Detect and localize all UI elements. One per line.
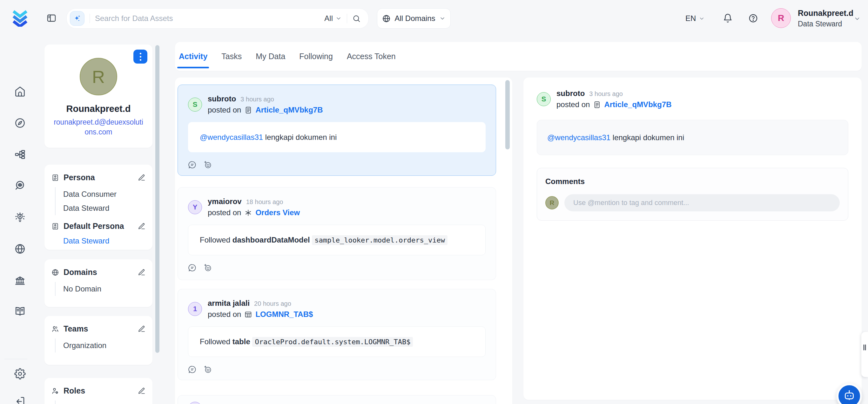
search-input[interactable] [95,14,319,23]
tab-tasks[interactable]: Tasks [221,42,242,71]
mention-link[interactable]: @wendycasillas31 [547,133,611,142]
chevron-down-icon [699,16,705,22]
article-icon [244,106,252,114]
feed-target-link[interactable]: LOGMNR_TAB$ [255,310,313,319]
thread-detail-panel: S subroto 3 hours ago posted on Article_… [523,78,862,400]
tab-my-data[interactable]: My Data [255,42,286,71]
teams-icon [52,325,59,333]
feed-target-link[interactable]: Article_qMVbkg7B [255,106,323,114]
chevron-down-icon [439,15,445,22]
user-name: Rounakpreet.d [798,8,854,18]
persona-item: Data Consumer [63,187,146,201]
feed-timestamp: 20 hours ago [254,300,291,307]
profile-card: R Rounakpreet.d rounakpreet.d@deuexsolut… [44,45,152,148]
comments-section: Comments R [537,168,848,221]
edit-domains-icon[interactable] [138,268,146,276]
all-domains-button[interactable]: All Domains [377,8,451,29]
feed-target-link[interactable]: Orders View [255,208,300,217]
feed-action: posted on [208,310,241,319]
message-fqn: OracleProd.default.system.LOGMNR_TAB$ [252,337,413,347]
profile-name: Rounakpreet.d [44,104,152,114]
message-text: Followed [200,337,230,346]
app-logo-icon[interactable] [11,8,29,27]
more-options-icon[interactable] [133,50,147,64]
edit-roles-icon[interactable] [138,387,146,395]
detail-target-link[interactable]: Article_qMVbkg7B [604,100,672,109]
user-menu[interactable]: Rounakpreet.d Data Steward [798,8,854,28]
profile-panel-scrollbar[interactable] [155,45,159,353]
default-persona-title: Default Persona [64,222,133,231]
edit-persona-icon[interactable] [138,174,146,181]
team-item: Organization [63,339,146,352]
feed-scrollbar[interactable] [505,80,510,149]
reply-icon[interactable] [188,365,196,374]
comment-input[interactable] [564,194,840,211]
search-scope-dropdown[interactable]: All [324,14,342,23]
logout-icon[interactable] [14,396,26,404]
teams-title: Teams [64,324,133,334]
explore-icon[interactable] [14,117,26,129]
lineage-icon[interactable] [14,149,26,160]
message-text: lengkapi dokumen ini [265,133,337,141]
user-avatar[interactable]: R [771,8,791,28]
table-icon [244,311,252,318]
observability-icon[interactable] [14,180,26,191]
feed-item[interactable]: 1 armita jalali 20 hours ago posted on L… [178,289,496,380]
message-text: Followed [200,235,230,244]
avatar: S [188,97,202,112]
grip-icon [863,343,867,351]
domains-icon[interactable] [14,243,26,255]
divider [347,14,347,23]
feed-item[interactable]: 1 armita jalali [178,395,496,404]
detail-timestamp: 3 hours ago [589,90,623,97]
persona-card: Persona Data Consumer Data Steward Defau… [44,165,152,250]
add-reaction-icon[interactable] [204,263,212,272]
divider [90,14,90,23]
settings-icon[interactable] [14,368,26,379]
govern-icon[interactable] [14,275,26,286]
role-item: Admin [63,401,146,404]
data-model-icon [244,209,252,217]
comment-avatar: R [545,196,559,209]
search-scope-label: All [324,14,333,23]
glossary-icon[interactable] [14,306,26,317]
feed-message: Followed dashboardDataModel sample_looke… [188,225,486,255]
default-persona-value-link[interactable]: Data Steward [63,236,146,246]
edit-teams-icon[interactable] [138,325,146,333]
feed-timestamp: 18 hours ago [246,198,283,206]
version-widget-handle[interactable] [861,332,868,377]
reply-icon[interactable] [188,161,196,169]
help-icon[interactable] [748,13,758,23]
edit-default-persona-icon[interactable] [138,223,146,230]
language-label: EN [685,14,696,23]
chevron-down-icon [335,15,342,22]
reply-icon[interactable] [188,263,196,272]
global-search-bar: All [66,8,369,29]
roles-icon [52,387,59,395]
feed-item[interactable]: S subroto 3 hours ago posted on Article_… [178,85,496,176]
globe-icon [382,14,391,23]
profile-email-link[interactable]: rounakpreet.d@deuexsolutions.com [54,117,143,137]
comments-title: Comments [545,177,840,186]
teams-card: Teams Organization [44,316,152,365]
tab-access-token[interactable]: Access Token [346,42,396,71]
rail-divider [4,359,27,359]
mention-link[interactable]: @wendycasillas31 [200,133,263,141]
feed-user: subroto [208,94,236,103]
insights-icon[interactable] [14,212,26,223]
feed-item[interactable]: Y ymaiorov 18 hours ago posted on Orders… [178,187,496,280]
add-reaction-icon[interactable] [204,161,212,169]
tab-activity[interactable]: Activity [178,42,208,71]
notifications-bell-icon[interactable] [723,13,733,23]
tab-following[interactable]: Following [299,42,334,71]
sidebar-toggle-icon[interactable] [46,13,57,23]
top-navbar: All All Domains EN R Rounakpreet.d Data [0,0,868,36]
search-icon[interactable] [352,14,361,23]
profile-tabs: Activity Tasks My Data Following Access … [175,42,862,71]
detail-message: @wendycasillas31 lengkapi dokumen ini [537,120,848,155]
chevron-down-icon[interactable] [854,15,861,22]
home-icon[interactable] [14,86,26,97]
ai-sparkle-icon[interactable] [70,11,85,26]
add-reaction-icon[interactable] [204,365,212,374]
language-selector[interactable]: EN [685,9,705,27]
